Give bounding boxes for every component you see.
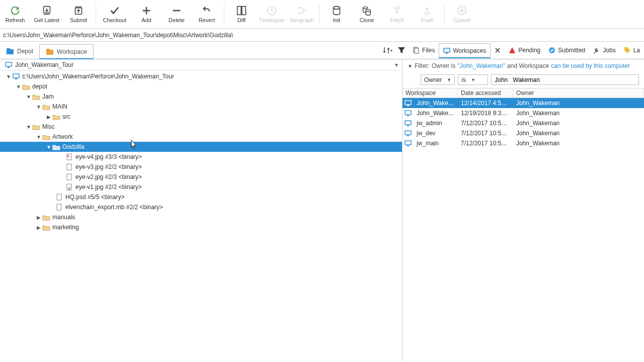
expand-icon[interactable]: ▶ — [35, 225, 42, 230]
table-row[interactable]: John_Wake...12/14/2017 4:54 ...John_Wake… — [403, 98, 644, 108]
expand-icon[interactable]: ▶ — [35, 215, 42, 220]
svg-rect-22 — [444, 48, 450, 52]
revert-button[interactable]: Revert — [192, 1, 222, 27]
col-workspace[interactable]: Workspace — [403, 88, 458, 98]
path-input[interactable] — [3, 32, 641, 39]
clock-icon — [266, 5, 277, 16]
tree-file[interactable]: eye-v2.jpg #2/3 <binary> — [0, 172, 402, 182]
fetch-button: Fetch — [382, 1, 412, 27]
filter-toggle-icon[interactable]: ▼ — [408, 63, 413, 69]
plus-icon — [141, 5, 152, 16]
tab-labels[interactable]: La — [620, 43, 644, 58]
tab-labels-label: La — [633, 47, 640, 54]
check-icon — [109, 5, 120, 16]
filter-op-combo[interactable]: is▼ — [458, 74, 488, 85]
refresh-button[interactable]: Refresh — [0, 1, 30, 27]
table-row[interactable]: jw_main7/12/2017 10:58 ...John_Wakeman — [403, 138, 644, 148]
tree-file[interactable]: eye-v4.jpg #3/3 <binary> — [0, 152, 402, 162]
collapse-icon[interactable]: ▼ — [5, 74, 12, 79]
clone-button[interactable]: Clone — [352, 1, 382, 27]
tree-main[interactable]: ▼ MAIN — [0, 102, 402, 112]
add-label: Add — [141, 17, 151, 23]
file-icon — [65, 173, 73, 180]
sort-button[interactable]: ▾ — [380, 43, 394, 57]
close-icon — [495, 47, 501, 53]
filter-button[interactable] — [394, 43, 409, 57]
init-button[interactable]: Init — [321, 1, 352, 27]
tab-jobs[interactable]: Jobs — [589, 43, 619, 58]
collapse-icon[interactable]: ▼ — [25, 124, 32, 130]
upload-icon — [73, 5, 84, 16]
table-row[interactable]: jw_admin7/12/2017 10:58 ...John_Wakeman — [403, 118, 644, 128]
close-tab-button[interactable] — [491, 43, 505, 57]
filter-text: Owner is — [432, 62, 455, 69]
tree-file-label: eye-v2.jpg #2/3 <binary> — [75, 173, 142, 180]
cell-date: 7/12/2017 10:58 ... — [458, 139, 513, 148]
tree-misc-label: Misc — [42, 123, 55, 130]
tree-depot[interactable]: ▼ depot — [0, 81, 402, 92]
tab-submitted[interactable]: Submitted — [544, 43, 589, 58]
filter-controls: Owner▼ is▼ — [403, 72, 644, 88]
add-button[interactable]: Add — [131, 1, 162, 27]
tab-workspace[interactable]: Workspace — [39, 44, 94, 59]
tree-file[interactable]: eye-v3.jpg #2/2 <binary> — [0, 162, 402, 172]
get-latest-button[interactable]: Get Latest — [30, 1, 63, 27]
fetch-label: Fetch — [390, 17, 404, 23]
tab-workspaces[interactable]: Workspaces — [439, 43, 491, 58]
tree-artwork[interactable]: ▼ Artwork — [0, 132, 402, 142]
tree-root[interactable]: ▼ c:\Users\John_Wakeman\Perforce\John_Wa… — [0, 71, 402, 81]
col-date[interactable]: Date accessed — [458, 88, 513, 98]
view-tabs-row: Depot Workspace ▾ Files Workspaces Pendi… — [0, 42, 644, 59]
tree-file[interactable]: elvenchain_export.mb #2/2 <binary> — [0, 202, 402, 212]
svg-rect-5 — [242, 7, 246, 15]
filter-field-combo[interactable]: Owner▼ — [421, 74, 455, 85]
tree-src[interactable]: ▶ src — [0, 112, 402, 122]
tree-marketing[interactable]: ▶ marketing — [0, 222, 402, 232]
svg-rect-38 — [407, 115, 409, 116]
folder-open-icon — [32, 93, 40, 100]
folder-open-icon — [42, 133, 50, 140]
diff-icon — [236, 5, 247, 16]
cell-owner: John_Wakeman — [513, 129, 644, 138]
svg-rect-30 — [67, 164, 71, 170]
col-owner[interactable]: Owner — [513, 88, 644, 98]
table-row[interactable]: jw_dev7/12/2017 10:58 ...John_Wakeman — [403, 128, 644, 138]
svg-rect-17 — [7, 48, 10, 50]
cell-workspace: jw_dev — [414, 129, 458, 138]
tree-godzilla[interactable]: ▼ Godzilla — [0, 142, 402, 152]
tab-depot[interactable]: Depot — [0, 44, 39, 59]
tree-file[interactable]: eye-v1.jpg #2/2 <binary> — [0, 182, 402, 192]
delete-button[interactable]: Delete — [162, 1, 192, 27]
tree-misc[interactable]: ▼ Misc — [0, 122, 402, 132]
collapse-icon[interactable]: ▼ — [25, 94, 32, 100]
refresh-icon — [10, 5, 21, 16]
table-row[interactable]: John_Wake...12/19/2018 9:30 ...John_Wake… — [403, 108, 644, 118]
collapse-icon[interactable]: ▼ — [35, 104, 42, 110]
cell-date: 12/14/2017 4:54 ... — [458, 99, 513, 108]
submit-button[interactable]: Submit — [63, 1, 94, 27]
workspace-header[interactable]: John_Wakeman_Tour ▾ — [0, 59, 402, 70]
sort-icon — [382, 46, 390, 54]
folder-open-icon — [22, 83, 30, 90]
revert-label: Revert — [199, 17, 215, 23]
clone-label: Clone — [360, 17, 374, 23]
chevron-down-icon: ▼ — [471, 77, 475, 82]
tree-jam[interactable]: ▼ Jam — [0, 92, 402, 102]
tree-file-label: eye-v4.jpg #3/3 <binary> — [75, 153, 142, 160]
tree-manuals[interactable]: ▶ manuals — [0, 212, 402, 222]
collapse-icon[interactable]: ▼ — [15, 84, 22, 89]
revgraph-button: Revgraph — [287, 1, 317, 27]
expand-icon[interactable]: ▶ — [45, 114, 52, 120]
svg-rect-26 — [8, 67, 10, 68]
checkout-button[interactable]: Checkout — [98, 1, 131, 27]
tree-artwork-label: Artwork — [52, 133, 73, 140]
table-header: Workspace Date accessed Owner — [403, 88, 644, 98]
filter-value-input[interactable] — [491, 74, 639, 85]
tree-file[interactable]: HQ.psd #5/5 <binary> — [0, 192, 402, 202]
collapse-icon[interactable]: ▼ — [45, 144, 52, 150]
file-icon — [55, 194, 63, 201]
tab-files[interactable]: Files — [409, 43, 439, 58]
collapse-icon[interactable]: ▼ — [35, 134, 42, 140]
diff-button[interactable]: Diff — [226, 1, 257, 27]
tab-pending[interactable]: Pending — [505, 43, 544, 58]
